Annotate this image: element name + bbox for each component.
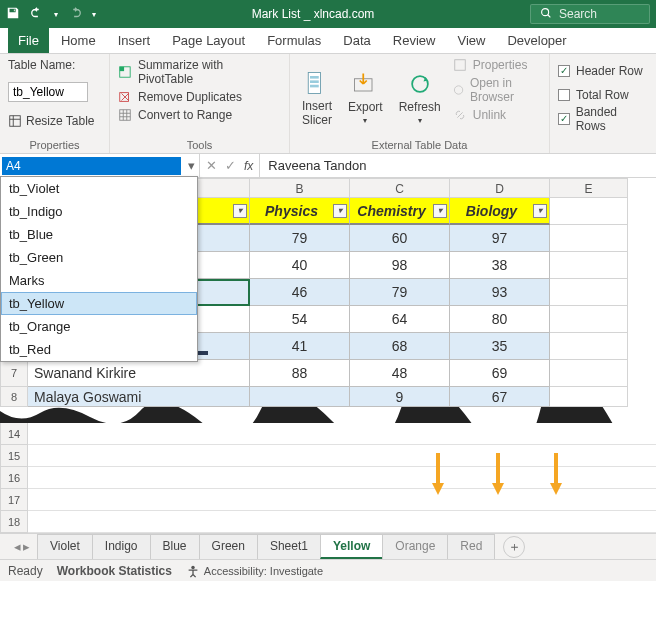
row-header[interactable]: 16 [0, 467, 28, 489]
cell[interactable] [550, 225, 628, 252]
table-header[interactable]: Physics▾ [250, 198, 350, 225]
row-header[interactable]: 15 [0, 445, 28, 467]
cell[interactable]: 64 [350, 306, 450, 333]
cell[interactable]: 68 [350, 333, 450, 360]
save-icon[interactable] [6, 6, 20, 23]
export-button[interactable]: Export▾ [344, 58, 387, 137]
tab-home[interactable]: Home [51, 28, 106, 53]
cell[interactable] [28, 467, 656, 489]
undo-dropdown-icon[interactable]: ▾ [54, 10, 58, 19]
sheet-tab-indigo[interactable]: Indigo [92, 534, 151, 559]
cell[interactable]: 41 [250, 333, 350, 360]
row-header[interactable]: 7 [0, 360, 28, 387]
cell[interactable]: 40 [250, 252, 350, 279]
row-header[interactable]: 18 [0, 511, 28, 533]
cell[interactable] [550, 306, 628, 333]
tab-formulas[interactable]: Formulas [257, 28, 331, 53]
cell[interactable]: 98 [350, 252, 450, 279]
workbook-statistics-button[interactable]: Workbook Statistics [57, 564, 172, 578]
sheet-tab-violet[interactable]: Violet [37, 534, 93, 559]
cell[interactable] [250, 387, 350, 407]
cell[interactable] [28, 489, 656, 511]
sheet-tab-yellow[interactable]: Yellow [320, 534, 383, 559]
sheet-tab-orange[interactable]: Orange [382, 534, 448, 559]
search-input[interactable] [559, 7, 656, 21]
cell[interactable] [550, 360, 628, 387]
convert-range-button[interactable]: Convert to Range [118, 108, 281, 122]
tab-file[interactable]: File [8, 28, 49, 53]
tab-page-layout[interactable]: Page Layout [162, 28, 255, 53]
filter-dropdown-icon[interactable]: ▾ [533, 204, 547, 218]
fx-icon[interactable]: fx [244, 159, 253, 173]
row-header[interactable]: 8 [0, 387, 28, 407]
refresh-button[interactable]: Refresh▾ [395, 58, 445, 137]
cell[interactable]: 80 [450, 306, 550, 333]
cell[interactable]: 38 [450, 252, 550, 279]
name-item-tb_Yellow[interactable]: tb_Yellow [1, 292, 197, 315]
summarize-pivot-button[interactable]: Summarize with PivotTable [118, 58, 281, 86]
banded-rows-checkbox[interactable]: Banded Rows [558, 110, 648, 128]
table-header[interactable]: Biology▾ [450, 198, 550, 225]
header-row-checkbox[interactable]: Header Row [558, 62, 648, 80]
filter-dropdown-icon[interactable]: ▾ [433, 204, 447, 218]
cell[interactable] [550, 279, 628, 306]
tab-view[interactable]: View [447, 28, 495, 53]
tab-data[interactable]: Data [333, 28, 380, 53]
cell[interactable] [28, 445, 656, 467]
table-header[interactable]: Chemistry▾ [350, 198, 450, 225]
name-item-Marks[interactable]: Marks [1, 269, 197, 292]
cell[interactable]: 69 [450, 360, 550, 387]
cell[interactable]: 48 [350, 360, 450, 387]
table-name-input[interactable] [8, 82, 88, 102]
cell[interactable] [28, 423, 656, 445]
filter-dropdown-icon[interactable]: ▾ [233, 204, 247, 218]
cell[interactable]: 88 [250, 360, 350, 387]
cell[interactable] [28, 511, 656, 533]
name-item-tb_Green[interactable]: tb_Green [1, 246, 197, 269]
name-box-value[interactable]: A4 [2, 157, 181, 175]
filter-dropdown-icon[interactable]: ▾ [333, 204, 347, 218]
name-item-tb_Orange[interactable]: tb_Orange [1, 315, 197, 338]
total-row-checkbox[interactable]: Total Row [558, 86, 648, 104]
col-header-d[interactable]: D [450, 178, 550, 198]
sheet-tab-red[interactable]: Red [447, 534, 495, 559]
cell[interactable]: 93 [450, 279, 550, 306]
cell[interactable] [550, 252, 628, 279]
formula-bar-input[interactable]: Raveena Tandon [260, 154, 656, 177]
cell[interactable] [550, 333, 628, 360]
tab-review[interactable]: Review [383, 28, 446, 53]
col-header-c[interactable]: C [350, 178, 450, 198]
cell[interactable]: 54 [250, 306, 350, 333]
undo-icon[interactable] [30, 6, 44, 23]
col-header-b[interactable]: B [250, 178, 350, 198]
cell[interactable]: 60 [350, 225, 450, 252]
sheet-tab-sheet1[interactable]: Sheet1 [257, 534, 321, 559]
resize-table-button[interactable]: Resize Table [8, 114, 101, 128]
name-item-tb_Blue[interactable]: tb_Blue [1, 223, 197, 246]
remove-duplicates-button[interactable]: Remove Duplicates [118, 90, 281, 104]
redo-icon[interactable] [68, 6, 82, 23]
cell[interactable]: 67 [450, 387, 550, 407]
row-header[interactable]: 17 [0, 489, 28, 511]
cell[interactable]: 9 [350, 387, 450, 407]
sheet-tab-green[interactable]: Green [199, 534, 258, 559]
name-item-tb_Red[interactable]: tb_Red [1, 338, 197, 361]
cell[interactable]: 35 [450, 333, 550, 360]
cell[interactable]: 97 [450, 225, 550, 252]
cell[interactable]: 46 [250, 279, 350, 306]
accessibility-status[interactable]: Accessibility: Investigate [186, 564, 323, 578]
cell[interactable]: 79 [250, 225, 350, 252]
name-item-tb_Violet[interactable]: tb_Violet [1, 177, 197, 200]
tell-me-search[interactable] [530, 4, 650, 24]
tab-scroll-right-icon[interactable]: ▸ [23, 539, 30, 554]
new-sheet-button[interactable]: ＋ [503, 536, 525, 558]
name-item-tb_Indigo[interactable]: tb_Indigo [1, 200, 197, 223]
name-box[interactable]: A4 ▾ [0, 154, 199, 177]
insert-slicer-button[interactable]: Insert Slicer [298, 58, 336, 137]
sheet-tab-blue[interactable]: Blue [150, 534, 200, 559]
tab-insert[interactable]: Insert [108, 28, 161, 53]
cell[interactable]: Swanand Kirkire [28, 360, 250, 387]
cell[interactable]: 79 [350, 279, 450, 306]
tab-developer[interactable]: Developer [497, 28, 576, 53]
row-header[interactable]: 14 [0, 423, 28, 445]
